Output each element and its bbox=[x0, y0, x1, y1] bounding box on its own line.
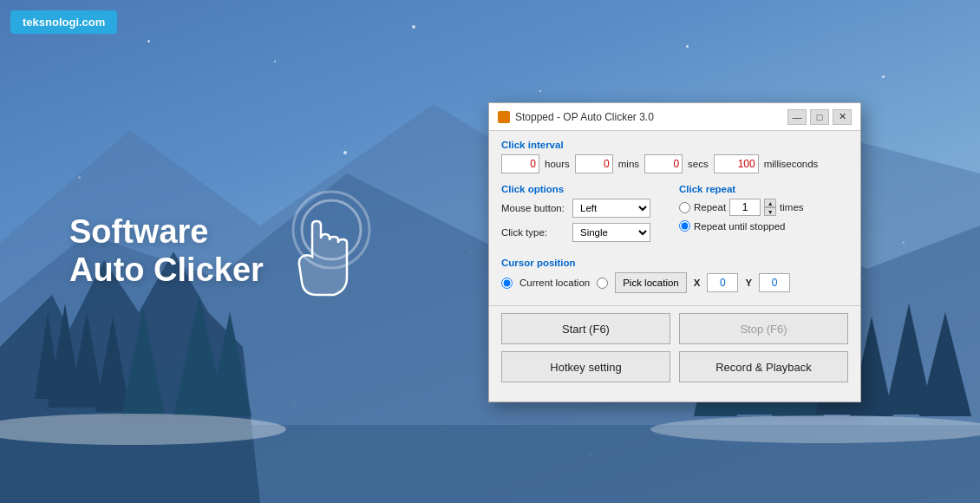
dialog-body: Click interval hours mins secs milliseco… bbox=[489, 131, 860, 402]
cursor-position-row: Current location Pick location X Y bbox=[501, 272, 848, 293]
hero-title-line1: Software bbox=[69, 213, 208, 250]
badge-text: teksnologi.com bbox=[23, 16, 105, 29]
brand-badge: teksnologi.com bbox=[10, 10, 117, 34]
click-type-select[interactable]: Single Double bbox=[572, 223, 650, 242]
hotkey-setting-button[interactable]: Hotkey setting bbox=[501, 351, 670, 382]
repeat-count-input[interactable] bbox=[729, 199, 761, 216]
mins-input[interactable] bbox=[575, 154, 613, 173]
repeat-radio-row: Repeat ▲ ▼ times bbox=[679, 199, 848, 216]
current-location-label: Current location bbox=[519, 278, 590, 288]
divider bbox=[489, 305, 860, 306]
minimize-button[interactable]: — bbox=[787, 109, 807, 125]
click-type-label: Click type: bbox=[501, 227, 572, 238]
window-title: Stopped - OP Auto Clicker 3.0 bbox=[515, 111, 787, 123]
record-playback-button[interactable]: Record & Playback bbox=[679, 351, 848, 382]
hand-cursor-icon bbox=[286, 182, 399, 321]
ms-label: milliseconds bbox=[764, 159, 819, 169]
hero-title-line2: Auto Clicker bbox=[69, 252, 264, 288]
y-coord-input[interactable] bbox=[759, 273, 790, 292]
stop-button[interactable]: Stop (F6) bbox=[679, 313, 848, 344]
close-button[interactable]: ✕ bbox=[833, 109, 852, 125]
repeat-until-stopped-label: Repeat until stopped bbox=[694, 221, 786, 232]
hotkey-record-row: Hotkey setting Record & Playback bbox=[501, 351, 848, 382]
current-location-radio[interactable] bbox=[501, 278, 513, 289]
spin-down-button[interactable]: ▼ bbox=[764, 207, 776, 216]
hours-label: hours bbox=[545, 159, 570, 169]
maximize-button[interactable]: □ bbox=[810, 109, 829, 125]
click-options-col: Click options Mouse button: Left Right M… bbox=[501, 184, 670, 247]
repeat-times-control: ▲ ▼ times bbox=[729, 199, 803, 216]
click-interval-row: hours mins secs milliseconds bbox=[501, 154, 848, 173]
secs-label: secs bbox=[688, 159, 709, 169]
click-repeat-label: Click repeat bbox=[679, 184, 848, 194]
x-coord-input[interactable] bbox=[707, 273, 738, 292]
window-controls: — □ ✕ bbox=[787, 109, 852, 125]
mouse-button-label: Mouse button: bbox=[501, 203, 572, 213]
pick-location-button[interactable]: Pick location bbox=[615, 272, 687, 293]
start-button[interactable]: Start (F6) bbox=[501, 313, 670, 344]
click-options-label: Click options bbox=[501, 184, 670, 194]
repeat-label: Repeat bbox=[694, 202, 726, 212]
mouse-button-select[interactable]: Left Right Middle bbox=[572, 199, 650, 218]
mins-label: mins bbox=[618, 159, 639, 169]
y-coord-label: Y bbox=[745, 278, 752, 288]
title-bar[interactable]: Stopped - OP Auto Clicker 3.0 — □ ✕ bbox=[489, 103, 860, 131]
x-coord-label: X bbox=[694, 278, 701, 288]
secs-input[interactable] bbox=[644, 154, 683, 173]
hours-input[interactable] bbox=[501, 154, 539, 173]
pick-location-radio[interactable] bbox=[597, 278, 608, 289]
options-row: Click options Mouse button: Left Right M… bbox=[501, 184, 848, 247]
auto-clicker-dialog: Stopped - OP Auto Clicker 3.0 — □ ✕ Clic… bbox=[488, 102, 861, 402]
hero-section: Software Auto Clicker bbox=[69, 213, 264, 289]
click-repeat-col: Click repeat Repeat ▲ ▼ times bbox=[679, 184, 848, 247]
click-interval-label: Click interval bbox=[501, 140, 848, 150]
repeat-radio[interactable] bbox=[679, 202, 690, 213]
mouse-button-row: Mouse button: Left Right Middle bbox=[501, 199, 670, 218]
start-stop-row: Start (F6) Stop (F6) bbox=[501, 313, 848, 344]
repeat-until-stopped-radio[interactable] bbox=[679, 220, 690, 232]
app-icon bbox=[498, 111, 510, 123]
click-type-row: Click type: Single Double bbox=[501, 223, 670, 242]
repeat-until-stopped-row: Repeat until stopped bbox=[679, 220, 848, 232]
spin-up-button[interactable]: ▲ bbox=[764, 199, 776, 207]
times-label: times bbox=[780, 202, 803, 212]
ms-input[interactable] bbox=[714, 154, 759, 173]
spin-buttons: ▲ ▼ bbox=[764, 199, 776, 216]
cursor-position-label: Cursor position bbox=[501, 258, 848, 268]
